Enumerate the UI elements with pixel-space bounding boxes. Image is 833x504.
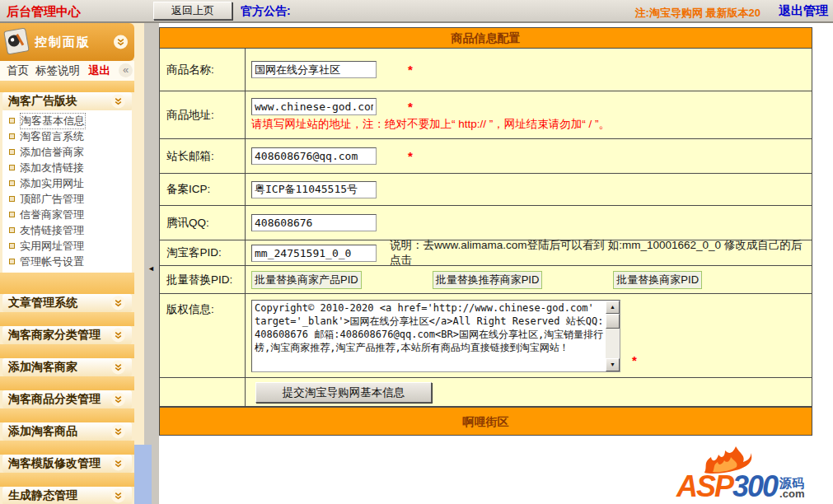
- ads-menu: 淘客基本信息 淘客留言系统 添加信誉商家 添加友情链接 添加实用网址 顶部广告管…: [2, 110, 132, 273]
- scroll-down-icon[interactable]: ▼: [606, 358, 620, 371]
- field-label: 商品名称:: [160, 49, 246, 91]
- sidebar-item-add-reputable-merchant[interactable]: 添加信誉商家: [2, 144, 132, 160]
- section-header-articles[interactable]: 文章管理系统: [2, 294, 132, 312]
- field-label: 版权信息:: [160, 294, 246, 377]
- scroll-thumb[interactable]: [606, 314, 620, 329]
- copyright-textarea[interactable]: Copyright© 2010-2020 <a href='http://www…: [251, 300, 620, 372]
- copyright-text: Copyright© 2010-2020 <a href='http://www…: [255, 301, 604, 371]
- chevron-down-icon[interactable]: [111, 95, 125, 109]
- section-header-add-product[interactable]: 添加淘客商品: [2, 422, 132, 441]
- row-copyright: 版权信息: Copyright© 2010-2020 <a href='http…: [160, 294, 812, 378]
- site-url-note: 请填写网址站的地址，注：绝对不要加上“ http:// ”，网址结束请勿加“ /…: [251, 117, 610, 132]
- bullet-icon: [9, 227, 15, 233]
- sidebar-divider[interactable]: ◄: [144, 23, 159, 504]
- nav-tag-help-link[interactable]: 标签说明: [35, 63, 80, 78]
- announcement-label: 官方公告:: [241, 4, 291, 19]
- sidebar-item-add-friend-link[interactable]: 添加友情链接: [2, 160, 132, 175]
- sidebar-item-message-system[interactable]: 淘客留言系统: [2, 128, 132, 144]
- panel-title: 控制面版: [35, 35, 91, 50]
- icp-input[interactable]: [251, 181, 377, 198]
- product-name-input[interactable]: [251, 61, 377, 78]
- sidebar-gap: [0, 408, 134, 422]
- sidebar-quick-nav: 首页 标签说明 退出 «: [0, 61, 134, 81]
- field-label: 批量替换PID:: [160, 266, 246, 293]
- chevron-down-icon[interactable]: [111, 489, 125, 503]
- sidebar-item-reputable-merchant-manage[interactable]: 信誉商家管理: [2, 207, 132, 222]
- sidebar-gap: [0, 312, 134, 326]
- chevron-down-icon[interactable]: [114, 35, 128, 49]
- chevron-down-icon[interactable]: [111, 425, 125, 439]
- scrollbar[interactable]: ▲ ▼: [606, 301, 620, 371]
- collapse-arrow-icon[interactable]: ◄: [147, 264, 155, 273]
- back-button[interactable]: 返回上页: [153, 2, 232, 20]
- logout-link[interactable]: 退出管理: [779, 3, 828, 19]
- batch-replace-merchant-product-pid-button[interactable]: 批量替换商家产品PID: [251, 271, 362, 289]
- required-asterisk: *: [408, 149, 413, 163]
- sidebar-item-useful-url-manage[interactable]: 实用网址管理: [2, 238, 132, 254]
- section-header-add-merchant[interactable]: 添加淘客商家: [2, 358, 132, 376]
- section-header-static-generate[interactable]: 生成静态管理: [2, 487, 132, 504]
- sidebar-gap: [0, 473, 134, 487]
- row-product-name: 商品名称: *: [160, 49, 812, 91]
- site-url-input[interactable]: [251, 98, 377, 115]
- qq-input[interactable]: [251, 214, 377, 231]
- bullet-icon: [9, 133, 15, 139]
- row-submit: 提交淘宝导购网基本信息: [160, 378, 812, 407]
- app-title: 后台管理中心: [7, 4, 81, 20]
- logo-com-text: .com: [779, 488, 804, 499]
- required-asterisk: *: [408, 100, 413, 114]
- section-title: 淘客广告版块: [8, 94, 77, 109]
- control-panel-header[interactable]: 控制面版: [0, 23, 134, 61]
- row-pid: 淘宝客PID: 说明：去www.alimama.com登陆后可以看到 如:mm_…: [160, 240, 812, 266]
- top-bar: 后台管理中心 返回上页 官方公告: 注:淘宝导购网 最新版本20 退出管理: [0, 0, 833, 23]
- chevron-down-icon[interactable]: [111, 296, 125, 310]
- sidebar-item-friend-link-manage[interactable]: 友情链接管理: [2, 222, 132, 238]
- row-qq: 腾讯QQ:: [160, 206, 812, 240]
- collapse-left-icon[interactable]: «: [119, 63, 133, 77]
- chevron-down-icon[interactable]: [111, 393, 125, 407]
- field-label: 腾讯QQ:: [160, 206, 246, 240]
- form-footer-title: 啊哩街区: [160, 407, 812, 435]
- main-content: 商品信息配置 商品名称: * 商品地址: * 请填写网址站的地址，注：绝对不要加…: [159, 23, 833, 504]
- required-asterisk: *: [408, 63, 413, 77]
- bullet-icon: [9, 212, 15, 217]
- section-header-template-manage[interactable]: 淘客模版修改管理: [2, 455, 132, 473]
- bullet-icon: [9, 149, 15, 155]
- sidebar-gap: [0, 273, 134, 294]
- bullet-icon: [9, 118, 15, 124]
- row-icp: 备案ICP:: [160, 174, 812, 206]
- section-header-ads[interactable]: 淘客广告版块: [2, 92, 132, 110]
- batch-replace-merchant-pid-button[interactable]: 批量替换商家PID: [613, 271, 702, 289]
- chevron-down-icon[interactable]: [111, 361, 125, 375]
- chevron-down-icon[interactable]: [111, 329, 125, 343]
- bullet-icon: [9, 196, 15, 202]
- logo-300-text: 300: [732, 474, 777, 499]
- sidebar-gap: [0, 441, 134, 455]
- section-header-merchant-category[interactable]: 淘客商家分类管理: [2, 326, 132, 344]
- nav-home-link[interactable]: 首页: [7, 63, 29, 78]
- email-input[interactable]: [251, 147, 377, 165]
- required-asterisk: *: [632, 353, 637, 367]
- submit-button[interactable]: 提交淘宝导购网基本信息: [255, 382, 432, 403]
- nav-exit-link[interactable]: 退出: [88, 63, 110, 78]
- field-label-empty: [160, 378, 246, 406]
- scroll-up-icon[interactable]: ▲: [606, 301, 620, 314]
- bullet-icon: [9, 243, 15, 249]
- sidebar-item-basic-info[interactable]: 淘客基本信息: [2, 113, 132, 128]
- field-label: 商品地址:: [160, 91, 246, 138]
- asp300-logo: ASP300 源码 .com: [676, 450, 825, 502]
- form-title: 商品信息配置: [160, 28, 812, 49]
- chevron-down-icon[interactable]: [111, 457, 125, 471]
- logo-asp-text: ASP: [676, 474, 732, 499]
- sidebar-item-add-useful-url[interactable]: 添加实用网址: [2, 175, 132, 191]
- panel-logo-icon: [2, 26, 31, 58]
- sidebar-item-admin-account[interactable]: 管理帐号设置: [2, 254, 132, 269]
- batch-replace-recommend-merchant-pid-button[interactable]: 批量替换推荐商家PID: [433, 271, 543, 289]
- pid-input[interactable]: [251, 245, 377, 262]
- scroll-track[interactable]: [606, 314, 620, 358]
- scroll-strip: [134, 445, 152, 504]
- sidebar-item-top-ad-manage[interactable]: 顶部广告管理: [2, 191, 132, 207]
- section-header-product-category[interactable]: 淘客商品分类管理: [2, 390, 132, 408]
- field-label: 淘宝客PID:: [160, 240, 246, 265]
- field-label: 备案ICP:: [160, 174, 246, 205]
